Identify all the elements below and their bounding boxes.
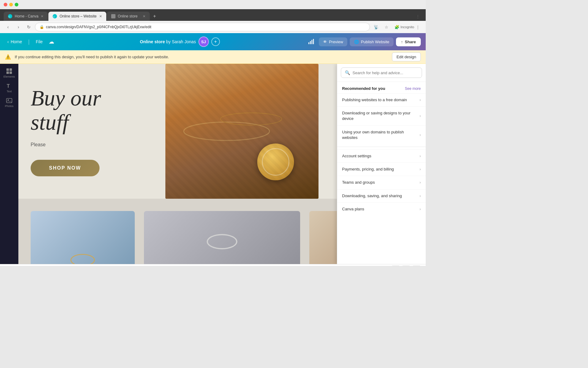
chevron-right-icon-5: › [420,167,421,171]
new-tab-button[interactable]: + [150,12,159,21]
tab-store-close[interactable]: ✕ [143,14,145,18]
chevron-right-icon-1: › [420,98,421,102]
svg-point-13 [184,122,270,140]
cat-account-settings[interactable]: Account settings › [337,149,426,163]
window-titlebar [0,0,426,9]
search-box[interactable]: 🔍 [341,67,422,78]
lock-icon: 🔒 [40,25,44,29]
cat-teams-text: Teams and groups [342,180,420,185]
divider-1 [337,147,426,147]
cast-icon[interactable]: 📡 [372,23,380,31]
address-text: canva.com/design/DAFNVgs2_p0/f4CFnbQjxDi… [46,25,151,29]
svg-point-12 [8,99,9,101]
hero-title: Buy ourstuff [31,86,153,135]
grid-view-button[interactable]: 3 [391,266,400,266]
share-label: Share [405,40,416,44]
preview-button[interactable]: 👁 Preview [319,37,347,46]
warning-banner: ⚠️ If you continue editing this design, … [0,50,426,64]
tab-home-label: Home - Canva [15,14,38,18]
tab-website-close[interactable]: ✕ [99,14,102,18]
bottom-bar: 81% − + 3 ⛶ ✕ [0,264,426,266]
share-button[interactable]: ↑ Share [396,37,421,46]
extensions-icon[interactable]: 🧩 [393,23,401,31]
svg-rect-7 [9,68,12,71]
cat-canva-plans[interactable]: Canva plans › [337,202,426,216]
minimize-window-button[interactable] [9,3,13,6]
left-sidebar: Elements T Text Photos [0,64,18,264]
warning-icon: ⚠️ [5,54,11,60]
canva-favicon-2: C [53,14,57,18]
sidebar-elements-button[interactable]: Elements [2,66,16,80]
chevron-right-icon-7: › [420,194,421,198]
tab-online-store-website[interactable]: C Online store – Website ✕ [48,12,106,21]
recommended-section-header: Recommended for you See more [337,82,426,93]
search-input[interactable] [352,71,418,75]
cat-payments[interactable]: Payments, pricing, and billing › [337,163,426,176]
help-item-downloading[interactable]: Downloading or saving designs to your de… [337,106,426,125]
svg-rect-2 [308,42,309,44]
forward-button[interactable]: › [14,23,23,31]
cat-downloading-text: Downloading, saving, and sharing [342,193,420,199]
help-item-free-domain[interactable]: Publishing websites to a free domain › [337,93,426,106]
doc-title: Online store by Sarah Jonas [140,39,196,44]
maximize-window-button[interactable] [15,3,18,6]
help-item-own-domains[interactable]: Using your own domains to publish websit… [337,125,426,144]
svg-rect-4 [311,40,312,44]
browser-chrome: C Home - Canva ✕ C Online store – Websit… [0,9,426,33]
header-separator: | [28,39,30,45]
help-panel: 🔍 Recommended for you See more Publishin… [337,64,426,264]
tab-bar: C Home - Canva ✕ C Online store – Websit… [0,9,426,21]
canvas-area: Elements T Text Photos Buy ourstuff Plea… [0,64,426,264]
edit-design-button[interactable]: Edit design [392,52,421,61]
add-collaborator-button[interactable]: + [211,37,220,46]
see-more-link[interactable]: See more [405,86,421,91]
recommended-title: Recommended for you [342,86,385,91]
bottom-icons: 3 ⛶ ✕ [391,266,421,266]
chevron-right-icon-8: › [420,207,421,211]
analytics-button[interactable] [305,36,316,47]
chevron-right-icon-2: › [420,114,421,118]
sidebar-text-button[interactable]: T Text [2,81,16,94]
browser-menu-button[interactable]: ⋮ [413,12,422,21]
help-item-free-domain-text: Publishing websites to a free domain [342,97,420,103]
home-label: Home [11,39,22,44]
header-right: 👁 Preview 🌐 Publish Website ↑ Share [305,36,421,47]
reload-button[interactable]: ↻ [24,23,33,31]
svg-rect-6 [6,68,9,71]
tab-website-label: Online store – Website [59,14,96,18]
help-item-own-domains-text: Using your own domains to publish websit… [342,129,420,140]
home-button[interactable]: ‹ Home [5,38,24,45]
canva-header: ‹ Home | File ☁ Online store by Sarah Jo… [0,33,426,50]
preview-label: Preview [329,40,343,44]
fullscreen-button[interactable]: ⛶ [402,266,410,266]
browser-controls: ‹ › ↻ 🔒 canva.com/design/DAFNVgs2_p0/f4C… [0,21,426,33]
header-center: Online store by Sarah Jonas SJ + [59,36,300,47]
svg-text:C: C [53,15,55,18]
cloud-save-button[interactable]: ☁ [49,38,54,45]
tab-home-close[interactable]: ✕ [41,14,43,18]
hero-image [165,64,318,199]
back-button[interactable]: ‹ [4,23,12,31]
file-button[interactable]: File [33,38,45,45]
close-panel-button[interactable]: ✕ [412,266,421,266]
hero-subtitle: Please [31,142,153,148]
avatar[interactable]: SJ [198,36,209,47]
cat-account-text: Account settings [342,153,420,159]
tab-online-store[interactable]: Online store ✕ [107,12,150,21]
cat-downloading-sharing[interactable]: Downloading, saving, and sharing › [337,189,426,202]
close-window-button[interactable] [4,3,7,6]
bookmark-icon[interactable]: ☆ [382,23,391,31]
svg-rect-8 [6,71,9,74]
shop-now-button[interactable]: SHOP NOW [31,160,100,176]
jewelry-photo [165,64,318,199]
profile-icon[interactable]: Incognito [403,23,412,31]
preview-icon: 👁 [323,40,327,44]
address-bar[interactable]: 🔒 canva.com/design/DAFNVgs2_p0/f4CFnbQjx… [35,23,370,31]
zoom-controls: 81% − + 3 ⛶ ✕ [314,266,421,266]
svg-point-14 [221,113,282,125]
sidebar-photos-button[interactable]: Photos [2,96,16,109]
cat-teams-groups[interactable]: Teams and groups › [337,176,426,189]
browser-options-icon[interactable]: ⋮ [413,23,422,31]
tab-home[interactable]: C Home - Canva ✕ [4,12,48,21]
publish-website-button[interactable]: 🌐 Publish Website [350,37,394,46]
